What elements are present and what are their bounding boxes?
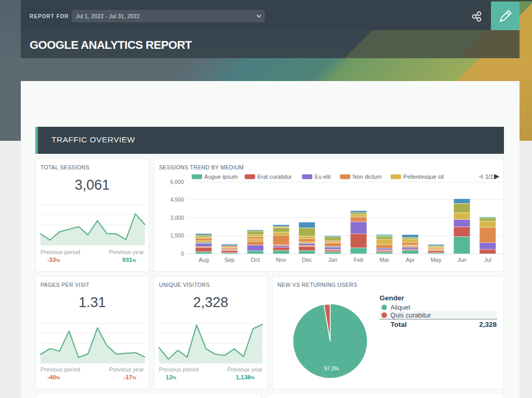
svg-text:Mar: Mar — [379, 257, 389, 263]
svg-text:Jan: Jan — [328, 257, 338, 263]
svg-text:Aug: Aug — [198, 257, 209, 263]
svg-text:Nov: Nov — [276, 257, 286, 263]
svg-text:Pellentesque sit: Pellentesque sit — [403, 174, 444, 180]
svg-text:2,328: 2,328 — [479, 321, 497, 328]
svg-text:Oct: Oct — [251, 257, 260, 263]
svg-text:Gender: Gender — [380, 294, 405, 302]
svg-text:Sep: Sep — [224, 257, 235, 263]
svg-text:Jun: Jun — [457, 257, 467, 263]
svg-text:Augue ipsum: Augue ipsum — [204, 174, 237, 180]
svg-text:Total: Total — [391, 321, 407, 328]
svg-text:0: 0 — [181, 250, 184, 257]
svg-text:Aliquet: Aliquet — [391, 304, 411, 311]
svg-text:Dec: Dec — [302, 257, 312, 263]
svg-text:Apr: Apr — [406, 257, 415, 263]
svg-text:1,500: 1,500 — [170, 232, 184, 238]
svg-text:97.3%: 97.3% — [324, 366, 339, 372]
svg-text:Erat curabitur: Erat curabitur — [258, 174, 292, 180]
svg-text:Feb: Feb — [354, 257, 364, 263]
svg-text:Eu elit: Eu elit — [315, 174, 331, 180]
svg-text:Jul: Jul — [484, 257, 491, 263]
svg-text:4,500: 4,500 — [170, 196, 184, 203]
svg-text:May: May — [431, 257, 442, 263]
svg-text:Quis curabitur: Quis curabitur — [391, 312, 431, 319]
svg-text:Non dictum: Non dictum — [353, 174, 382, 180]
svg-text:6,000: 6,000 — [170, 179, 184, 185]
svg-text:1/2: 1/2 — [485, 174, 493, 180]
svg-text:3,000: 3,000 — [170, 215, 184, 221]
